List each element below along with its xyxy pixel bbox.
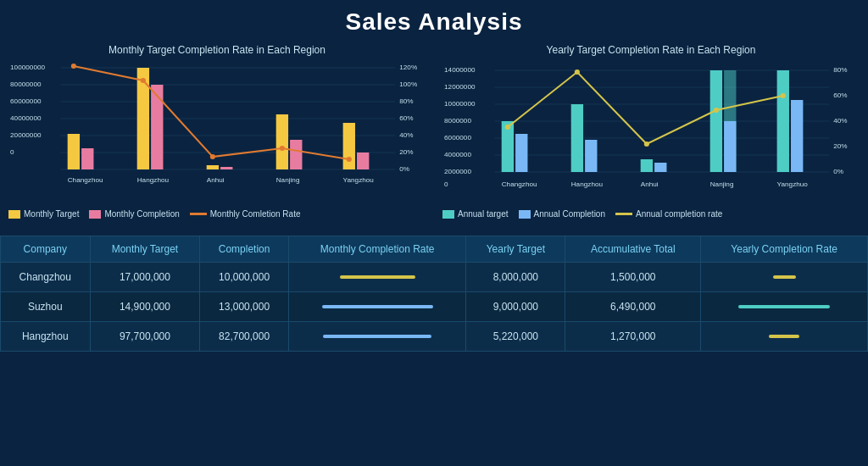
cell-monthly-rate [288,292,466,322]
svg-text:6000000: 6000000 [444,134,471,141]
yearly-chart-area: 14000000 12000000 10000000 8000000 60000… [442,59,860,208]
col-yearly-rate: Yearly Completion Rate [701,236,868,263]
svg-text:8000000: 8000000 [444,117,471,125]
monthly-chart: Monthly Target Completion Rate in Each R… [0,41,434,236]
svg-text:0%: 0% [399,165,409,173]
svg-point-31 [141,78,146,83]
cell-yearly-target: 8,000,000 [466,263,565,292]
svg-point-76 [781,93,786,98]
cell-monthly-target: 14,900,000 [90,292,200,322]
svg-text:100%: 100% [399,80,417,88]
svg-text:20%: 20% [399,148,413,156]
svg-text:Nanjing: Nanjing [276,176,300,184]
svg-text:40000000: 40000000 [10,114,42,122]
svg-text:10000000: 10000000 [444,100,476,108]
svg-point-34 [347,157,352,162]
svg-text:80%: 80% [833,66,847,74]
cell-yearly-rate [701,292,868,322]
cell-monthly-target: 17,000,000 [90,263,200,292]
legend-monthly-rate: Monthly Comletion Rate [190,209,301,219]
yearly-chart: Yearly Target Completion Rate in Each Re… [434,41,868,236]
cell-accum-total: 6,490,000 [565,292,701,322]
svg-text:Changzhou: Changzhou [502,180,537,188]
cell-monthly-rate [288,263,466,292]
svg-point-72 [505,125,510,130]
svg-rect-62 [571,104,583,172]
svg-text:120%: 120% [399,64,417,71]
svg-text:0: 0 [444,180,448,188]
cell-yearly-target: 5,220,000 [466,322,565,352]
legend-annual-target: Annual target [442,209,509,219]
svg-rect-27 [290,140,302,169]
svg-rect-65 [654,163,666,172]
cell-accum-total: 1,270,000 [565,322,701,352]
svg-text:Changzhou: Changzhou [68,176,103,184]
legend-annual-completion: Annual Completion [519,209,606,219]
cell-completion: 10,000,000 [200,263,289,292]
monthly-chart-title: Monthly Target Completion Rate in Each R… [8,44,426,56]
yearly-chart-title: Yearly Target Completion Rate in Each Re… [442,44,860,56]
cell-yearly-rate [701,263,868,292]
svg-text:Nanjing: Nanjing [710,180,734,188]
svg-text:Hangzhou: Hangzhou [571,180,603,188]
svg-text:60%: 60% [833,92,847,99]
svg-text:40%: 40% [399,131,413,139]
col-monthly-target: Monthly Target [90,236,200,263]
cell-yearly-rate [701,322,868,352]
svg-point-32 [210,154,215,159]
col-accum-total: Accumulative Total [565,236,701,263]
legend-monthly-completion-icon [89,210,101,219]
legend-annual-target-icon [442,210,454,219]
cell-company: Changzhou [1,263,91,292]
svg-point-74 [644,141,649,147]
svg-text:Yangzhuo: Yangzhuo [777,180,809,188]
svg-point-33 [280,146,285,151]
svg-rect-20 [68,134,80,169]
legend-monthly-target: Monthly Target [8,209,79,219]
svg-text:12000000: 12000000 [444,83,476,91]
svg-text:60%: 60% [399,114,413,122]
cell-completion: 82,700,000 [200,322,289,352]
svg-text:Hangzhou: Hangzhou [137,176,169,184]
legend-monthly-target-icon [8,210,20,219]
svg-text:40%: 40% [833,117,847,125]
svg-rect-64 [641,159,653,172]
svg-text:14000000: 14000000 [444,66,476,74]
legend-monthly-rate-icon [190,213,207,215]
svg-rect-28 [343,123,355,169]
svg-rect-25 [220,167,232,169]
svg-rect-68 [710,70,722,121]
svg-rect-70 [777,70,789,172]
cell-company: Hangzhou [1,322,91,352]
svg-point-75 [714,108,719,113]
data-table: Company Monthly Target Completion Monthl… [0,236,868,352]
legend-monthly-completion: Monthly Completion [89,209,179,219]
cell-accum-total: 1,500,000 [565,263,701,292]
svg-text:Yangzhou: Yangzhou [343,176,374,184]
col-yearly-target: Yearly Target [466,236,565,263]
svg-rect-29 [357,153,369,169]
svg-rect-69 [724,121,736,172]
monthly-chart-legend: Monthly Target Monthly Completion Monthl… [8,209,426,219]
cell-completion: 13,000,000 [200,292,289,322]
legend-annual-rate: Annual completion rate [615,209,722,219]
svg-rect-24 [207,165,219,169]
svg-rect-26 [276,114,288,169]
col-monthly-rate: Monthly Completion Rate [288,236,466,263]
svg-text:0: 0 [10,148,14,156]
cell-yearly-target: 9,000,000 [466,292,565,322]
svg-rect-66 [710,121,722,172]
svg-text:0%: 0% [833,168,843,175]
svg-text:60000000: 60000000 [10,97,42,105]
table-row: Hangzhou 97,700,000 82,700,000 5,220,000… [1,322,868,352]
table-row: Suzhou 14,900,000 13,000,000 9,000,000 6… [1,292,868,322]
svg-rect-61 [515,134,527,172]
table-row: Changzhou 17,000,000 10,000,000 8,000,00… [1,263,868,292]
cell-company: Suzhou [1,292,91,322]
svg-text:20%: 20% [833,142,847,150]
svg-point-73 [575,69,580,75]
cell-monthly-rate [288,322,466,352]
svg-text:100000000: 100000000 [10,64,46,71]
svg-text:Anhui: Anhui [641,180,659,188]
col-completion: Completion [200,236,289,263]
